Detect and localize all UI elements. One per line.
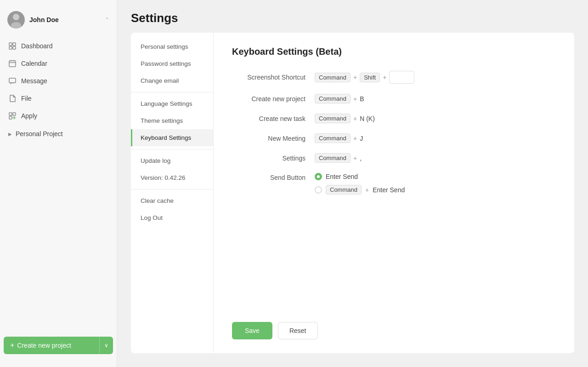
svg-rect-3 <box>13 46 16 49</box>
svg-rect-8 <box>9 116 12 119</box>
plus-3: + <box>353 95 357 103</box>
radio-dot-command-enter <box>315 186 322 194</box>
sidebar: John Doe ⌃ Dashboard <box>0 0 117 367</box>
reset-button[interactable]: Reset <box>278 322 318 339</box>
action-buttons: Save Reset <box>232 322 556 339</box>
message-icon <box>8 77 17 85</box>
save-button[interactable]: Save <box>232 322 272 339</box>
subnav-password[interactable]: Password settings <box>131 55 213 72</box>
send-button-section: Send Button Enter Send Command + E <box>232 173 556 195</box>
subnav-change-email[interactable]: Change email <box>131 72 213 89</box>
subnav-version: Version: 0.42.26 <box>131 169 213 186</box>
sidebar-item-dashboard[interactable]: Dashboard <box>4 38 113 54</box>
shortcut-keys-new-task: Command + N (K) <box>315 114 375 123</box>
key-command-screenshot: Command <box>315 73 351 82</box>
user-chevron-icon: ⌃ <box>105 17 109 23</box>
shortcut-label-screenshot: Screenshot Shortcut <box>232 74 315 81</box>
avatar <box>7 11 25 29</box>
key-command-settings: Command <box>315 153 351 163</box>
svg-rect-5 <box>9 78 16 83</box>
radio-options: Enter Send Command + Enter Send <box>315 173 405 195</box>
user-profile[interactable]: John Doe ⌃ <box>0 7 117 38</box>
radio-label-enter-send: Enter Send <box>326 173 358 180</box>
shortcut-label-new-meeting: New Meeting <box>232 135 315 142</box>
shortcut-keys-new-meeting: Command + J <box>315 133 363 143</box>
plus-5: + <box>353 135 357 142</box>
subnav-keyboard[interactable]: Keyboard Settings <box>131 129 213 146</box>
screenshot-key-input[interactable] <box>389 71 414 84</box>
shortcut-keys-new-project: Command + B <box>315 94 364 103</box>
chevron-right-icon: ▶ <box>8 132 12 137</box>
subnav-language[interactable]: Language Settings <box>131 95 213 112</box>
shortcut-keys-settings: Command + , <box>315 153 362 163</box>
page-title: Settings <box>131 11 574 25</box>
user-name: John Doe <box>29 16 100 23</box>
subnav-clear-cache[interactable]: Clear cache <box>131 192 213 209</box>
shortcut-label-settings: Settings <box>232 155 315 162</box>
svg-rect-4 <box>9 61 16 67</box>
key-b: B <box>360 95 364 103</box>
radio-dot-enter-send <box>315 173 322 180</box>
create-project-button[interactable]: + Create new project ∨ <box>4 337 113 354</box>
subnav-theme[interactable]: Theme settings <box>131 112 213 129</box>
subnav-update-log[interactable]: Update log <box>131 152 213 169</box>
sidebar-item-personal-project[interactable]: ▶ Personal Project <box>4 126 113 142</box>
shortcut-row-screenshot: Screenshot Shortcut Command + Shift + <box>232 71 556 84</box>
create-project-chevron-icon[interactable]: ∨ <box>100 338 113 353</box>
plus-6: + <box>353 155 357 162</box>
apply-icon <box>8 112 17 120</box>
shortcut-row-settings: Settings Command + , <box>232 153 556 163</box>
subnav-divider-3 <box>131 189 213 189</box>
shortcut-label-new-project: Create new project <box>232 95 315 103</box>
content-area: Personal settings Password settings Chan… <box>117 33 588 367</box>
keyboard-settings-title: Keyboard Settings (Beta) <box>232 46 556 57</box>
sidebar-item-file[interactable]: File <box>4 90 113 107</box>
send-button-label: Send Button <box>232 173 315 181</box>
svg-rect-2 <box>9 46 12 49</box>
radio-option-command-enter[interactable]: Command + Enter Send <box>315 185 405 195</box>
shortcut-label-new-task: Create new task <box>232 115 315 122</box>
plus-1: + <box>353 74 357 81</box>
key-n-k: N (K) <box>360 115 375 122</box>
settings-subnav: Personal settings Password settings Chan… <box>131 33 214 353</box>
key-comma: , <box>360 155 362 162</box>
key-command-send: Command <box>326 185 362 195</box>
subnav-divider-1 <box>131 92 213 92</box>
svg-rect-1 <box>13 43 16 46</box>
shortcut-row-new-project: Create new project Command + B <box>232 94 556 103</box>
dashboard-icon <box>8 42 17 50</box>
plus-4: + <box>353 115 357 122</box>
sidebar-item-label-message: Message <box>21 77 47 85</box>
subnav-logout[interactable]: Log Out <box>131 209 213 226</box>
radio-label-command-enter: Enter Send <box>373 186 405 194</box>
svg-rect-0 <box>9 43 12 46</box>
personal-project-label: Personal Project <box>16 130 63 138</box>
file-icon <box>8 94 17 103</box>
page-header: Settings <box>117 0 588 33</box>
plus-icon: + <box>10 341 14 350</box>
subnav-divider-2 <box>131 149 213 149</box>
key-command-new-task: Command <box>315 114 351 123</box>
sidebar-item-label-dashboard: Dashboard <box>21 42 53 50</box>
shortcut-row-new-task: Create new task Command + N (K) <box>232 114 556 123</box>
settings-panel: Keyboard Settings (Beta) Screenshot Shor… <box>214 33 574 353</box>
calendar-icon <box>8 59 17 68</box>
sidebar-item-label-calendar: Calendar <box>21 60 47 67</box>
main-content: Settings Personal settings Password sett… <box>117 0 588 367</box>
subnav-personal[interactable]: Personal settings <box>131 38 213 55</box>
sidebar-item-label-apply: Apply <box>21 112 37 120</box>
key-command-new-meeting: Command <box>315 133 351 143</box>
sidebar-item-calendar[interactable]: Calendar <box>4 55 113 72</box>
sidebar-item-apply[interactable]: Apply <box>4 108 113 124</box>
sidebar-item-label-file: File <box>21 95 32 102</box>
svg-rect-7 <box>13 113 16 115</box>
key-shift: Shift <box>360 73 380 82</box>
shortcut-row-new-meeting: New Meeting Command + J <box>232 133 556 143</box>
sidebar-item-message[interactable]: Message <box>4 73 113 89</box>
nav-items: Dashboard Calendar Message <box>0 38 117 331</box>
shortcut-keys-screenshot: Command + Shift + <box>315 71 414 84</box>
plus-7: + <box>365 186 369 194</box>
key-j: J <box>360 135 363 142</box>
radio-option-enter-send[interactable]: Enter Send <box>315 173 405 180</box>
create-project-label: Create new project <box>17 342 71 349</box>
